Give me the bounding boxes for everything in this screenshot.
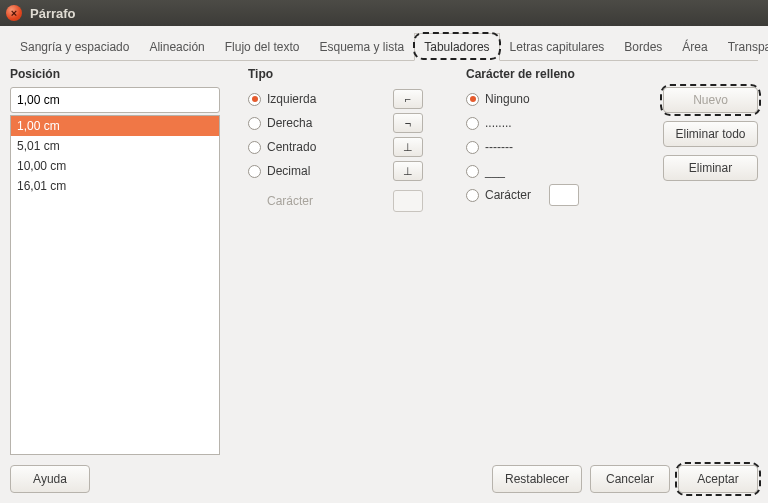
list-item[interactable]: 5,01 cm [11, 136, 219, 156]
radio-left[interactable] [248, 93, 261, 106]
new-button[interactable]: Nuevo [663, 87, 758, 113]
decimal-char-input [393, 190, 423, 212]
position-column: Posición 1,00 cm 5,01 cm 10,00 cm 16,01 … [10, 67, 230, 455]
delete-label: Eliminar [689, 161, 732, 175]
radio-fill-none-label: Ninguno [485, 92, 530, 106]
dialog-content: Sangría y espaciado Alineación Flujo del… [0, 26, 768, 503]
align-right-icon[interactable]: ¬ [393, 113, 423, 133]
radio-center[interactable] [248, 141, 261, 154]
delete-all-button[interactable]: Eliminar todo [663, 121, 758, 147]
fill-char-input[interactable] [549, 184, 579, 206]
tab-alineacion[interactable]: Alineación [139, 33, 214, 61]
reset-button[interactable]: Restablecer [492, 465, 582, 493]
align-decimal-icon[interactable]: ⊥ [393, 161, 423, 181]
window-close-button[interactable]: × [6, 5, 22, 21]
cancel-button[interactable]: Cancelar [590, 465, 670, 493]
tab-bar: Sangría y espaciado Alineación Flujo del… [10, 32, 758, 61]
radio-decimal[interactable] [248, 165, 261, 178]
radio-left-label: Izquierda [267, 92, 316, 106]
radio-fill-char[interactable] [466, 189, 479, 202]
type-column: Tipo Izquierda ⌐ Derecha ¬ Centrado ⊥ De… [248, 67, 448, 455]
radio-right[interactable] [248, 117, 261, 130]
side-buttons-column: Nuevo Eliminar todo Eliminar [654, 67, 758, 455]
tab-panel: Posición 1,00 cm 5,01 cm 10,00 cm 16,01 … [10, 61, 758, 455]
fill-column: Carácter de relleno Ninguno ........ ---… [466, 67, 636, 455]
list-item[interactable]: 10,00 cm [11, 156, 219, 176]
new-button-label: Nuevo [693, 93, 728, 107]
tab-esquema[interactable]: Esquema y lista [310, 33, 415, 61]
type-heading: Tipo [248, 67, 448, 81]
window-title: Párrafo [30, 6, 76, 21]
help-label: Ayuda [33, 472, 67, 486]
align-center-icon[interactable]: ⊥ [393, 137, 423, 157]
radio-decimal-label: Decimal [267, 164, 310, 178]
accept-button[interactable]: Aceptar [678, 465, 758, 493]
tab-bordes[interactable]: Bordes [614, 33, 672, 61]
fill-heading: Carácter de relleno [466, 67, 636, 81]
dialog-footer: Ayuda Restablecer Cancelar Aceptar [10, 455, 758, 493]
radio-right-label: Derecha [267, 116, 312, 130]
radio-fill-dots-label: ........ [485, 116, 512, 130]
delete-button[interactable]: Eliminar [663, 155, 758, 181]
radio-center-label: Centrado [267, 140, 316, 154]
radio-fill-dashes[interactable] [466, 141, 479, 154]
align-left-icon[interactable]: ⌐ [393, 89, 423, 109]
radio-fill-dots[interactable] [466, 117, 479, 130]
list-item[interactable]: 1,00 cm [11, 116, 219, 136]
tab-capitulares[interactable]: Letras capitulares [500, 33, 615, 61]
accept-label: Aceptar [697, 472, 738, 486]
delete-all-label: Eliminar todo [675, 127, 745, 141]
radio-fill-none[interactable] [466, 93, 479, 106]
list-item[interactable]: 16,01 cm [11, 176, 219, 196]
radio-fill-under[interactable] [466, 165, 479, 178]
tab-tabuladores-label: Tabuladores [424, 40, 489, 54]
tab-sangria[interactable]: Sangría y espaciado [10, 33, 139, 61]
tab-tabuladores[interactable]: Tabuladores [414, 33, 499, 61]
titlebar: × Párrafo [0, 0, 768, 26]
position-heading: Posición [10, 67, 230, 81]
position-input[interactable] [10, 87, 220, 113]
radio-fill-dashes-label: ------- [485, 140, 513, 154]
tab-transparencia[interactable]: Transparencia [718, 33, 768, 61]
cancel-label: Cancelar [606, 472, 654, 486]
decimal-char-label: Carácter [267, 194, 313, 208]
radio-fill-under-label: ___ [485, 164, 505, 178]
help-button[interactable]: Ayuda [10, 465, 90, 493]
position-list[interactable]: 1,00 cm 5,01 cm 10,00 cm 16,01 cm [10, 115, 220, 455]
radio-fill-char-label: Carácter [485, 188, 531, 202]
tab-area[interactable]: Área [672, 33, 717, 61]
reset-label: Restablecer [505, 472, 569, 486]
tab-flujo[interactable]: Flujo del texto [215, 33, 310, 61]
